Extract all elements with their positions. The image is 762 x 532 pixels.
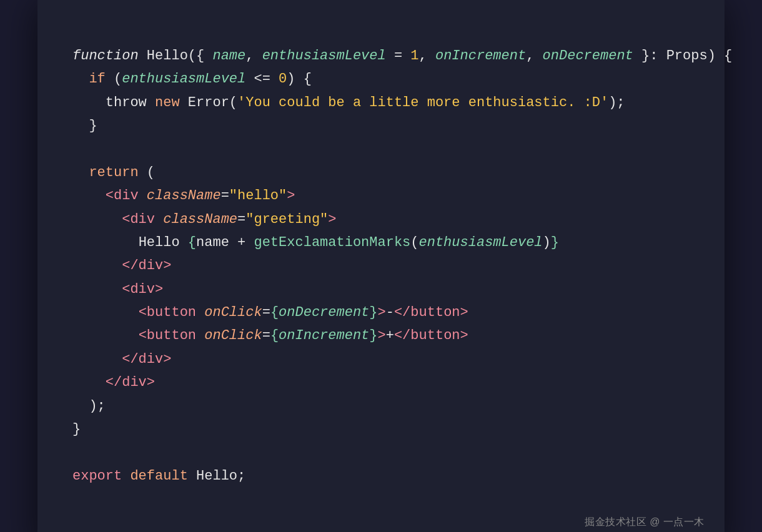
code-block: function Hello({ name, enthusiasmLevel =… xyxy=(72,21,690,511)
code-window: function Hello({ name, enthusiasmLevel =… xyxy=(37,0,725,532)
keyword-function: function xyxy=(72,48,139,64)
watermark: 掘金技术社区 @ 一点一木 xyxy=(585,516,705,529)
fn-name: Hello xyxy=(147,48,188,64)
